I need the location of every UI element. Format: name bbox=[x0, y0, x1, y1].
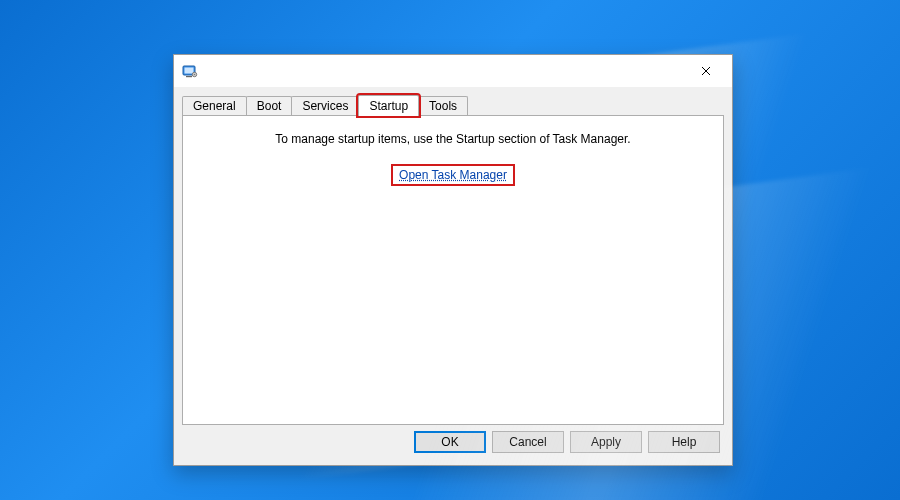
open-task-manager-highlight: Open Task Manager bbox=[391, 164, 515, 186]
client-area: General Boot Services Startup Tools To m… bbox=[174, 87, 732, 465]
open-task-manager-link[interactable]: Open Task Manager bbox=[399, 168, 507, 182]
apply-button[interactable]: Apply bbox=[570, 431, 642, 453]
cancel-button[interactable]: Cancel bbox=[492, 431, 564, 453]
titlebar[interactable] bbox=[174, 55, 732, 87]
svg-rect-1 bbox=[185, 68, 194, 74]
desktop-wallpaper: General Boot Services Startup Tools To m… bbox=[0, 0, 900, 500]
svg-rect-2 bbox=[186, 76, 192, 77]
startup-info-text: To manage startup items, use the Startup… bbox=[275, 132, 630, 146]
svg-point-4 bbox=[194, 74, 196, 76]
tab-strip: General Boot Services Startup Tools bbox=[182, 93, 724, 115]
tab-startup[interactable]: Startup bbox=[358, 95, 419, 116]
msconfig-window: General Boot Services Startup Tools To m… bbox=[173, 54, 733, 466]
tab-general[interactable]: General bbox=[182, 96, 247, 115]
window-close-button[interactable] bbox=[688, 57, 724, 85]
ok-button[interactable]: OK bbox=[414, 431, 486, 453]
button-bar: OK Cancel Apply Help bbox=[182, 425, 724, 465]
help-button[interactable]: Help bbox=[648, 431, 720, 453]
app-icon bbox=[182, 63, 198, 79]
startup-tab-pane: To manage startup items, use the Startup… bbox=[182, 115, 724, 425]
tab-services[interactable]: Services bbox=[291, 96, 359, 115]
tab-tools[interactable]: Tools bbox=[418, 96, 468, 115]
tab-boot[interactable]: Boot bbox=[246, 96, 293, 115]
